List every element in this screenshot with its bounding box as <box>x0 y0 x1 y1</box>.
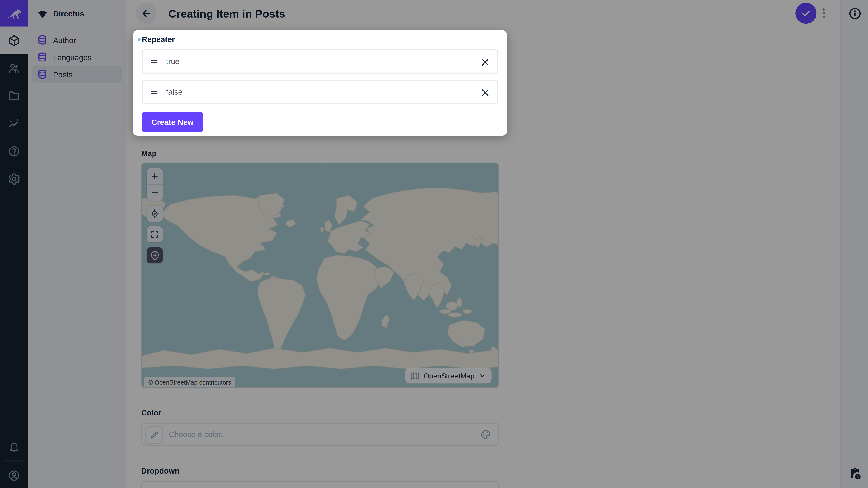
drag-handle-icon[interactable] <box>149 87 159 97</box>
repeater-item-row[interactable]: false <box>142 80 498 104</box>
remove-item-button[interactable] <box>480 88 491 98</box>
create-new-button[interactable]: Create New <box>142 112 203 132</box>
app-window: Directus Author Languages Posts <box>0 0 868 488</box>
repeater-item-value: false <box>166 88 182 96</box>
repeater-item-value: true <box>166 57 180 66</box>
close-icon <box>480 88 491 98</box>
close-icon <box>480 57 491 68</box>
repeater-field-label: Repeater <box>142 35 175 43</box>
repeater-popover: Repeater true false Create New <box>133 31 507 135</box>
field-edited-dot <box>138 38 141 41</box>
drag-handle-icon[interactable] <box>149 57 159 66</box>
remove-item-button[interactable] <box>480 57 491 68</box>
repeater-item-row[interactable]: true <box>142 49 498 74</box>
